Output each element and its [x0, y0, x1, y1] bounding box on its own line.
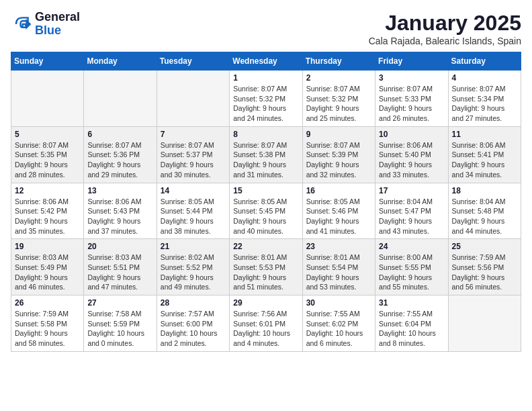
day-info: Sunrise: 8:06 AM Sunset: 5:40 PM Dayligh… — [379, 140, 444, 180]
calendar-cell: 30Sunrise: 7:55 AM Sunset: 6:02 PM Dayli… — [302, 295, 375, 352]
day-number: 25 — [452, 242, 517, 251]
day-info: Sunrise: 8:03 AM Sunset: 5:51 PM Dayligh… — [87, 253, 152, 292]
day-number: 22 — [233, 242, 298, 251]
calendar-cell: 3Sunrise: 8:07 AM Sunset: 5:33 PM Daylig… — [375, 71, 448, 127]
day-info: Sunrise: 8:02 AM Sunset: 5:52 PM Dayligh… — [161, 253, 226, 292]
calendar: SundayMondayTuesdayWednesdayThursdayFrid… — [11, 52, 521, 352]
calendar-cell: 9Sunrise: 8:07 AM Sunset: 5:39 PM Daylig… — [302, 126, 375, 183]
day-header-friday: Friday — [375, 52, 448, 71]
day-number: 4 — [452, 73, 517, 83]
location: Cala Rajada, Balearic Islands, Spain — [369, 36, 521, 46]
calendar-cell — [448, 295, 521, 352]
calendar-cell — [157, 71, 229, 127]
day-info: Sunrise: 8:04 AM Sunset: 5:47 PM Dayligh… — [379, 197, 444, 236]
calendar-cell: 21Sunrise: 8:02 AM Sunset: 5:52 PM Dayli… — [157, 239, 229, 295]
calendar-cell: 25Sunrise: 7:59 AM Sunset: 5:56 PM Dayli… — [448, 239, 521, 295]
day-number: 16 — [306, 186, 371, 195]
day-info: Sunrise: 8:07 AM Sunset: 5:39 PM Dayligh… — [306, 140, 371, 180]
calendar-cell: 12Sunrise: 8:06 AM Sunset: 5:42 PM Dayli… — [11, 183, 84, 239]
calendar-cell: 20Sunrise: 8:03 AM Sunset: 5:51 PM Dayli… — [84, 239, 157, 295]
day-number: 15 — [233, 186, 298, 195]
day-number: 18 — [452, 186, 517, 195]
day-info: Sunrise: 8:07 AM Sunset: 5:36 PM Dayligh… — [87, 140, 152, 180]
day-header-saturday: Saturday — [448, 52, 521, 71]
calendar-cell — [11, 71, 84, 127]
day-header-wednesday: Wednesday — [230, 52, 302, 71]
calendar-cell: 4Sunrise: 8:07 AM Sunset: 5:34 PM Daylig… — [448, 71, 521, 127]
day-number: 23 — [306, 242, 371, 251]
calendar-cell: 7Sunrise: 8:07 AM Sunset: 5:37 PM Daylig… — [157, 126, 229, 183]
calendar-cell: 1Sunrise: 8:07 AM Sunset: 5:32 PM Daylig… — [230, 71, 302, 127]
page-header: General Blue January 2025 Cala Rajada, B… — [11, 11, 521, 46]
day-number: 11 — [452, 130, 517, 139]
day-number: 2 — [306, 73, 371, 83]
day-info: Sunrise: 8:05 AM Sunset: 5:46 PM Dayligh… — [306, 197, 371, 236]
day-number: 31 — [379, 298, 444, 308]
day-info: Sunrise: 8:06 AM Sunset: 5:42 PM Dayligh… — [15, 197, 80, 236]
day-info: Sunrise: 7:59 AM Sunset: 5:56 PM Dayligh… — [452, 253, 517, 292]
logo-text: General Blue — [35, 11, 80, 38]
day-header-tuesday: Tuesday — [157, 52, 229, 71]
calendar-week-row: 5Sunrise: 8:07 AM Sunset: 5:35 PM Daylig… — [11, 126, 521, 183]
day-info: Sunrise: 7:55 AM Sunset: 6:04 PM Dayligh… — [379, 309, 444, 349]
day-info: Sunrise: 7:59 AM Sunset: 5:58 PM Dayligh… — [15, 309, 80, 349]
day-info: Sunrise: 8:05 AM Sunset: 5:44 PM Dayligh… — [161, 197, 226, 236]
calendar-cell: 8Sunrise: 8:07 AM Sunset: 5:38 PM Daylig… — [230, 126, 302, 183]
calendar-cell: 26Sunrise: 7:59 AM Sunset: 5:58 PM Dayli… — [11, 295, 84, 352]
calendar-cell: 14Sunrise: 8:05 AM Sunset: 5:44 PM Dayli… — [157, 183, 229, 239]
day-info: Sunrise: 8:07 AM Sunset: 5:32 PM Dayligh… — [306, 84, 371, 124]
logo-icon — [11, 13, 32, 35]
day-info: Sunrise: 7:55 AM Sunset: 6:02 PM Dayligh… — [306, 309, 371, 349]
day-info: Sunrise: 7:56 AM Sunset: 6:01 PM Dayligh… — [233, 309, 298, 349]
day-info: Sunrise: 8:00 AM Sunset: 5:55 PM Dayligh… — [379, 253, 444, 292]
calendar-week-row: 12Sunrise: 8:06 AM Sunset: 5:42 PM Dayli… — [11, 183, 521, 239]
calendar-cell: 29Sunrise: 7:56 AM Sunset: 6:01 PM Dayli… — [230, 295, 302, 352]
day-info: Sunrise: 8:01 AM Sunset: 5:53 PM Dayligh… — [233, 253, 298, 292]
calendar-cell: 24Sunrise: 8:00 AM Sunset: 5:55 PM Dayli… — [375, 239, 448, 295]
calendar-cell: 27Sunrise: 7:58 AM Sunset: 5:59 PM Dayli… — [84, 295, 157, 352]
calendar-header-row: SundayMondayTuesdayWednesdayThursdayFrid… — [11, 52, 521, 71]
day-info: Sunrise: 8:03 AM Sunset: 5:49 PM Dayligh… — [15, 253, 80, 292]
day-info: Sunrise: 8:01 AM Sunset: 5:54 PM Dayligh… — [306, 253, 371, 292]
day-info: Sunrise: 8:06 AM Sunset: 5:41 PM Dayligh… — [452, 140, 517, 180]
calendar-week-row: 1Sunrise: 8:07 AM Sunset: 5:32 PM Daylig… — [11, 71, 521, 127]
title-block: January 2025 Cala Rajada, Balearic Islan… — [369, 11, 521, 46]
calendar-cell: 2Sunrise: 8:07 AM Sunset: 5:32 PM Daylig… — [302, 71, 375, 127]
day-info: Sunrise: 7:58 AM Sunset: 5:59 PM Dayligh… — [87, 309, 152, 349]
day-info: Sunrise: 8:07 AM Sunset: 5:33 PM Dayligh… — [379, 84, 444, 124]
day-info: Sunrise: 8:06 AM Sunset: 5:43 PM Dayligh… — [87, 197, 152, 236]
day-info: Sunrise: 7:57 AM Sunset: 6:00 PM Dayligh… — [161, 309, 226, 349]
calendar-cell: 15Sunrise: 8:05 AM Sunset: 5:45 PM Dayli… — [230, 183, 302, 239]
day-number: 14 — [161, 186, 226, 195]
day-info: Sunrise: 8:05 AM Sunset: 5:45 PM Dayligh… — [233, 197, 298, 236]
day-number: 5 — [15, 130, 80, 139]
day-number: 7 — [161, 130, 226, 139]
day-number: 13 — [87, 186, 152, 195]
calendar-week-row: 26Sunrise: 7:59 AM Sunset: 5:58 PM Dayli… — [11, 295, 521, 352]
month-title: January 2025 — [369, 11, 521, 36]
calendar-cell: 28Sunrise: 7:57 AM Sunset: 6:00 PM Dayli… — [157, 295, 229, 352]
day-number: 24 — [379, 242, 444, 251]
calendar-cell: 6Sunrise: 8:07 AM Sunset: 5:36 PM Daylig… — [84, 126, 157, 183]
calendar-cell: 22Sunrise: 8:01 AM Sunset: 5:53 PM Dayli… — [230, 239, 302, 295]
calendar-cell: 23Sunrise: 8:01 AM Sunset: 5:54 PM Dayli… — [302, 239, 375, 295]
calendar-cell: 17Sunrise: 8:04 AM Sunset: 5:47 PM Dayli… — [375, 183, 448, 239]
day-info: Sunrise: 8:07 AM Sunset: 5:38 PM Dayligh… — [233, 140, 298, 180]
calendar-cell: 11Sunrise: 8:06 AM Sunset: 5:41 PM Dayli… — [448, 126, 521, 183]
day-info: Sunrise: 8:07 AM Sunset: 5:34 PM Dayligh… — [452, 84, 517, 124]
logo: General Blue — [11, 11, 80, 38]
day-number: 12 — [15, 186, 80, 195]
day-number: 10 — [379, 130, 444, 139]
calendar-cell: 16Sunrise: 8:05 AM Sunset: 5:46 PM Dayli… — [302, 183, 375, 239]
day-header-sunday: Sunday — [11, 52, 84, 71]
calendar-cell: 19Sunrise: 8:03 AM Sunset: 5:49 PM Dayli… — [11, 239, 84, 295]
day-info: Sunrise: 8:07 AM Sunset: 5:32 PM Dayligh… — [233, 84, 298, 124]
calendar-cell: 18Sunrise: 8:04 AM Sunset: 5:48 PM Dayli… — [448, 183, 521, 239]
calendar-week-row: 19Sunrise: 8:03 AM Sunset: 5:49 PM Dayli… — [11, 239, 521, 295]
day-info: Sunrise: 8:07 AM Sunset: 5:35 PM Dayligh… — [15, 140, 80, 180]
day-number: 17 — [379, 186, 444, 195]
day-number: 20 — [87, 242, 152, 251]
day-header-monday: Monday — [84, 52, 157, 71]
day-number: 29 — [233, 298, 298, 308]
day-number: 3 — [379, 73, 444, 83]
